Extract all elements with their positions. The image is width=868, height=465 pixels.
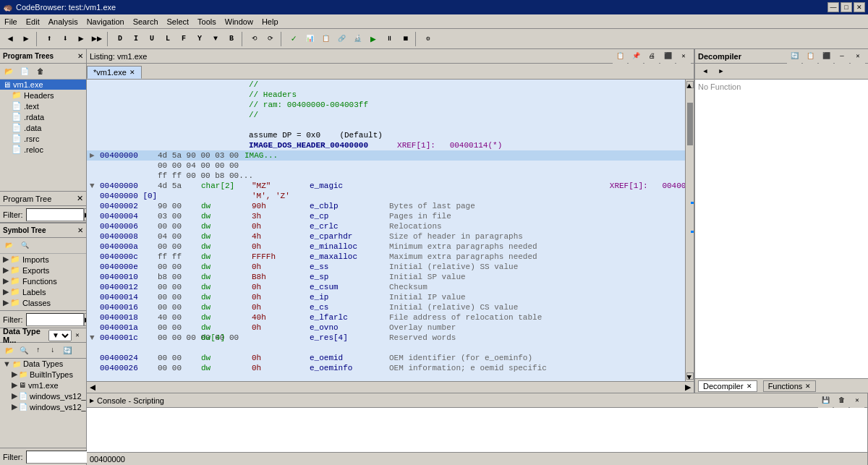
dt-btn5[interactable]: 🔄 [61, 344, 74, 357]
symbol-tree-close[interactable]: ✕ [77, 226, 83, 234]
toolbar-btn13[interactable]: ⟲ [247, 32, 262, 46]
decompiler-tab-close[interactable]: ✕ [746, 383, 752, 390]
collapse-arrow2[interactable]: ▼ [90, 333, 100, 343]
listing-tab-vm1[interactable]: *vm1.exe ✕ [87, 66, 142, 79]
tree-item-data[interactable]: 📄.data [0, 122, 86, 133]
scroll-thumb[interactable] [687, 103, 693, 145]
toolbar-btn11[interactable]: ▼ [208, 32, 223, 46]
toolbar-btn14[interactable]: ⟳ [263, 32, 278, 46]
window-controls[interactable]: — □ ✕ [827, 2, 865, 12]
menu-edit[interactable]: Edit [22, 16, 44, 27]
symbol-functions[interactable]: ▶ 📁Functions [0, 276, 86, 286]
st-btn2[interactable]: 🔍 [17, 239, 32, 253]
dt-item-vs12-64[interactable]: ▶ 📄windows_vs12_64 [0, 401, 86, 412]
dec-btn1[interactable]: 🔄 [787, 49, 801, 64]
filter-go-button[interactable]: ▶ [84, 208, 87, 221]
st-btn1[interactable]: 📂 [1, 239, 16, 253]
dt-dropdown[interactable]: ▼ [48, 330, 72, 341]
dt-item-builtins[interactable]: ▶ 📁BuiltInTypes [0, 369, 86, 380]
dec-btn4[interactable]: — [835, 49, 849, 64]
toolbar-forward[interactable]: ▶ [19, 32, 33, 46]
toolbar-btn16[interactable]: 📋 [318, 32, 333, 46]
symbol-classes[interactable]: ▶ 📁Classes [0, 297, 86, 308]
st-filter-go[interactable]: ▶ [84, 313, 87, 326]
pt-delete[interactable]: 🗑 [33, 64, 48, 79]
console-close[interactable]: ✕ [850, 393, 864, 408]
toolbar-check[interactable]: ✓ [286, 32, 301, 46]
console-content[interactable] [87, 408, 867, 452]
decompiler-tab[interactable]: Decompiler ✕ [698, 380, 757, 392]
menu-file[interactable]: File [0, 16, 22, 27]
scroll-up[interactable]: ▲ [686, 81, 694, 88]
toolbar-btn8[interactable]: L [161, 32, 175, 46]
dec-btn2[interactable]: 📋 [803, 49, 817, 64]
dec-btn3[interactable]: ⬛ [819, 49, 833, 64]
listing-btn2[interactable]: 📌 [629, 49, 643, 64]
dt-item-datatypes[interactable]: ▼ 📁Data Types [0, 359, 86, 369]
dt-close[interactable]: ✕ [72, 330, 83, 341]
tree-item-headers[interactable]: 📁Headers [0, 90, 86, 101]
scroll-down[interactable]: ▼ [686, 372, 694, 380]
symbol-imports[interactable]: ▶ 📁Imports [0, 254, 86, 265]
menu-help[interactable]: Help [258, 16, 283, 27]
toolbar-btn3[interactable]: ▶ [74, 32, 88, 46]
dt-btn4[interactable]: ↓ [46, 344, 59, 357]
menu-window[interactable]: Window [221, 16, 258, 27]
pt-footer-close[interactable]: ✕ [77, 194, 83, 203]
toolbar-btn21[interactable]: ⏹ [398, 32, 412, 46]
minimize-button[interactable]: — [827, 2, 839, 12]
toolbar-memory[interactable]: 📊 [302, 32, 317, 46]
toolbar-btn9[interactable]: F [176, 32, 191, 46]
toolbar-btn4[interactable]: ▶▶ [90, 32, 104, 46]
listing-tab-close[interactable]: ✕ [129, 69, 135, 76]
functions-tab[interactable]: Functions ✕ [763, 380, 817, 392]
toolbar-btn20[interactable]: ⏸ [382, 32, 396, 46]
symbol-exports[interactable]: ▶ 📁Exports [0, 265, 86, 276]
tree-item-rdata[interactable]: 📄.rdata [0, 111, 86, 122]
menu-navigation[interactable]: Navigation [82, 16, 129, 27]
toolbar-btn10[interactable]: Y [192, 32, 207, 46]
console-clear[interactable]: 🗑 [834, 393, 848, 408]
menu-tools[interactable]: Tools [193, 16, 221, 27]
tree-item-text[interactable]: 📄.text [0, 101, 86, 111]
dt-btn2[interactable]: 🔍 [17, 344, 30, 357]
pt-open[interactable]: 📂 [1, 64, 16, 79]
toolbar-btn12[interactable]: B [224, 32, 239, 46]
close-button[interactable]: ✕ [854, 2, 865, 12]
listing-btn1[interactable]: 📋 [613, 49, 627, 64]
pt-new[interactable]: 📄 [17, 64, 32, 79]
dt-item-vs12-32[interactable]: ▶ 📄windows_vs12_32 [0, 391, 86, 401]
toolbar-btn18[interactable]: 🔬 [350, 32, 365, 46]
toolbar-down[interactable]: ⬇ [58, 32, 72, 46]
menu-select[interactable]: Select [163, 16, 194, 27]
toolbar-btn6[interactable]: I [129, 32, 143, 46]
program-tree-filter-input[interactable] [26, 208, 84, 221]
listing-btn4[interactable]: ⬛ [660, 49, 675, 64]
toolbar-btn7[interactable]: U [145, 32, 159, 46]
listing-scroll[interactable]: // // Headers // ram: 00400000-004003ff [87, 80, 694, 381]
menu-analysis[interactable]: Analysis [44, 16, 82, 27]
symbol-tree-filter-input[interactable] [26, 313, 84, 326]
toolbar-run[interactable]: ▶ [366, 32, 380, 46]
expand-arrow[interactable]: ▶ [90, 150, 100, 161]
dt-btn3[interactable]: ↑ [32, 344, 45, 357]
dec-tb2[interactable]: ▶ [714, 64, 728, 79]
tree-item-vm1exe[interactable]: 🖥vm1.exe [0, 80, 86, 90]
toolbar-settings[interactable]: ⚙ [421, 32, 435, 46]
collapse-arrow[interactable]: ▼ [90, 181, 100, 191]
toolbar-back[interactable]: ◀ [3, 32, 17, 46]
toolbar-disassemble[interactable]: D [113, 32, 127, 46]
dt-btn1[interactable]: 📂 [3, 344, 16, 357]
menu-search[interactable]: Search [129, 16, 163, 27]
tree-item-reloc[interactable]: 📄.reloc [0, 144, 86, 155]
toolbar-up[interactable]: ⬆ [42, 32, 56, 46]
maximize-button[interactable]: □ [841, 2, 852, 12]
dec-tb1[interactable]: ◀ [698, 64, 712, 79]
toolbar-btn17[interactable]: 🔗 [334, 32, 349, 46]
functions-tab-close[interactable]: ✕ [805, 383, 811, 390]
dec-close[interactable]: ✕ [851, 49, 865, 64]
symbol-labels[interactable]: ▶ 📁Labels [0, 286, 86, 297]
listing-btn3[interactable]: 🖨 [644, 49, 659, 64]
tree-item-rsrc[interactable]: 📄.rsrc [0, 133, 86, 144]
dt-item-vm1exe[interactable]: ▶ 🖥vm1.exe [0, 380, 86, 391]
